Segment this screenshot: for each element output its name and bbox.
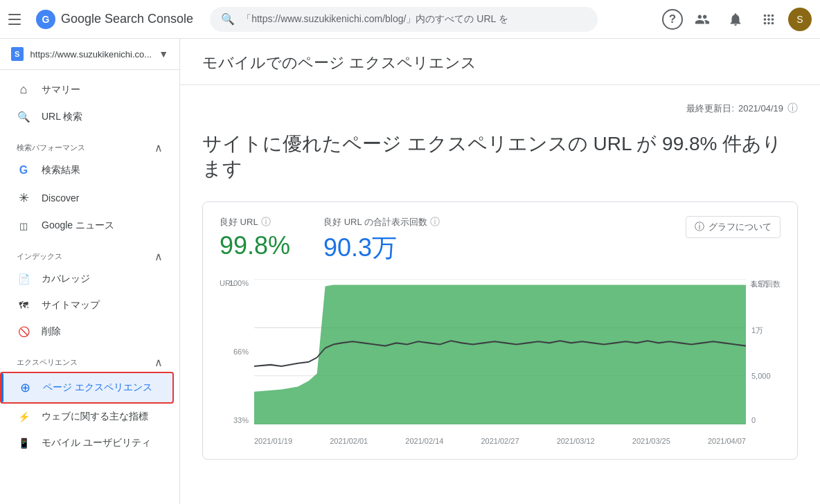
section-label-experience: エクスペリエンス	[17, 357, 78, 368]
section-label-search: 検索パフォーマンス	[17, 143, 85, 153]
sidebar-item-coverage[interactable]: 📄 カバレッジ	[0, 266, 174, 292]
google-g-icon: G	[17, 164, 30, 177]
sidebar-item-summary[interactable]: ⌂ サマリー	[0, 75, 174, 104]
sidebar-section-experience: エクスペリエンス ∧	[0, 345, 179, 372]
y-right-15000: 1.5万	[751, 279, 769, 289]
nav-actions: ? S	[662, 6, 812, 33]
app-title: Google Search Console	[61, 12, 193, 26]
discover-icon: ✳	[17, 190, 30, 206]
people-icon	[695, 12, 710, 27]
removal-icon: 🚫	[17, 326, 30, 337]
property-text: https://www.suzukikenichi.co...	[30, 49, 152, 60]
y-right-5000: 5,000	[751, 372, 771, 380]
y-axis-left: 100% 66% 33%	[220, 279, 254, 424]
google-logo-icon: G	[36, 10, 55, 29]
main-layout: S https://www.suzukikenichi.co... ▼ ⌂ サマ…	[0, 39, 820, 504]
y-left-100: 100%	[229, 279, 249, 287]
stat-good-url-value: 99.8%	[220, 231, 290, 260]
sidebar-item-search-results[interactable]: G 検索結果	[0, 157, 174, 183]
sidebar-item-google-news[interactable]: ◫ Google ニュース	[0, 213, 174, 239]
property-dropdown-icon: ▼	[159, 48, 168, 60]
x-label-4: 2021/03/12	[557, 437, 595, 445]
bell-icon	[728, 12, 743, 27]
sidebar-item-label-web-vitals: ウェブに関する主な指標	[42, 411, 148, 423]
x-axis-labels: 2021/01/19 2021/02/01 2021/02/14 2021/02…	[254, 426, 746, 445]
graph-about-button[interactable]: ⓘ グラフについて	[686, 216, 781, 238]
web-vitals-icon: ⚡	[17, 411, 30, 422]
stat2-help-icon[interactable]: ⓘ	[430, 216, 440, 228]
app-logo[interactable]: G Google Search Console	[36, 10, 193, 29]
sidebar-item-label-coverage: カバレッジ	[42, 273, 90, 285]
chart-container: URL 表示回数 100% 66% 33% 1.5万 1万 5,000 0	[220, 279, 781, 445]
y-left-33: 33%	[233, 416, 249, 424]
top-nav: G Google Search Console 🔍 「https://www.s…	[0, 0, 820, 39]
page-exp-icon: ⊕	[18, 380, 32, 395]
section-chevron-experience[interactable]: ∧	[154, 356, 163, 369]
notifications-button[interactable]	[722, 6, 749, 33]
y-axis-right: 1.5万 1万 5,000 0	[746, 279, 781, 424]
sidebar-item-discover[interactable]: ✳ Discover	[0, 183, 174, 213]
x-label-6: 2021/04/07	[708, 437, 746, 445]
svg-marker-6	[254, 285, 746, 424]
home-icon: ⌂	[17, 82, 30, 97]
help-button[interactable]: ?	[662, 9, 683, 30]
search-placeholder: 「https://www.suzukikenichi.com/blog/」内のす…	[242, 13, 587, 26]
stat-good-url: 良好 URL ⓘ 99.8%	[220, 216, 290, 260]
sidebar-item-label-search-results: 検索結果	[42, 164, 80, 177]
news-icon: ◫	[17, 221, 30, 231]
x-label-0: 2021/01/19	[254, 437, 292, 445]
stat1-help-icon[interactable]: ⓘ	[261, 216, 271, 228]
chart-svg	[254, 279, 746, 424]
stats-card: 良好 URL ⓘ 99.8% 良好 URL の合計表示回数 ⓘ 90.3万	[202, 201, 798, 460]
sidebar-item-mobile-usability[interactable]: 📱 モバイル ユーザビリティ	[0, 430, 174, 456]
x-label-5: 2021/03/25	[632, 437, 670, 445]
sidebar-section-search-performance: 検索パフォーマンス ∧	[0, 130, 179, 157]
sitemap-icon: 🗺	[17, 300, 30, 311]
graph-about-icon: ⓘ	[695, 221, 704, 233]
sidebar-item-label-summary: サマリー	[42, 84, 80, 96]
sidebar-item-removal[interactable]: 🚫 削除	[0, 318, 174, 345]
y-left-66: 66%	[233, 348, 249, 356]
stat-good-url-impressions-label: 良好 URL の合計表示回数 ⓘ	[323, 216, 440, 228]
sidebar-item-label-page-experience: ページ エクスペリエンス	[43, 381, 152, 394]
sidebar-nav: ⌂ サマリー 🔍 URL 検索 検索パフォーマンス ∧ G 検索結果 ✳ Dis…	[0, 70, 179, 462]
coverage-icon: 📄	[17, 273, 30, 285]
sidebar-item-sitemap[interactable]: 🗺 サイトマップ	[0, 292, 174, 318]
x-label-1: 2021/02/01	[330, 437, 368, 445]
main-headline: サイトに優れたページ エクスペリエンスの URL が 99.8% 件あります	[202, 132, 798, 182]
stat-good-url-impressions-value: 90.3万	[323, 231, 440, 265]
sidebar-item-page-experience[interactable]: ⊕ ページ エクスペリエンス	[0, 372, 174, 404]
section-chevron-index[interactable]: ∧	[154, 250, 163, 263]
section-chevron-search[interactable]: ∧	[154, 141, 163, 154]
section-label-index: インデックス	[17, 251, 62, 262]
sidebar-item-label-mobile: モバイル ユーザビリティ	[42, 437, 151, 449]
search-icon: 🔍	[17, 111, 30, 123]
sidebar-item-label-sitemap: サイトマップ	[42, 299, 100, 312]
svg-text:G: G	[42, 14, 50, 25]
mobile-icon: 📱	[17, 438, 30, 449]
apps-button[interactable]	[755, 6, 783, 33]
hamburger-menu[interactable]	[8, 11, 25, 28]
x-label-3: 2021/02/27	[481, 437, 519, 445]
sidebar-item-label-discover: Discover	[42, 192, 79, 204]
content-header: モバイルでのページ エクスペリエンス	[180, 39, 820, 85]
page-title: モバイルでのページ エクスペリエンス	[202, 53, 798, 73]
sidebar-item-url-inspect[interactable]: 🔍 URL 検索	[0, 104, 174, 130]
last-updated: 最終更新日: 2021/04/19 ⓘ	[202, 102, 798, 115]
sidebar-section-index: インデックス ∧	[0, 239, 179, 266]
grid-icon	[761, 12, 776, 27]
main-content: モバイルでのページ エクスペリエンス 最終更新日: 2021/04/19 ⓘ サ…	[180, 39, 820, 504]
content-body: 最終更新日: 2021/04/19 ⓘ サイトに優れたページ エクスペリエンスの…	[180, 85, 820, 476]
avatar[interactable]: S	[788, 8, 812, 31]
sidebar-item-web-vitals[interactable]: ⚡ ウェブに関する主な指標	[0, 404, 174, 430]
search-icon: 🔍	[221, 12, 235, 26]
y-right-0: 0	[751, 416, 756, 424]
manage-users-button[interactable]	[688, 6, 716, 33]
last-updated-help-icon[interactable]: ⓘ	[787, 102, 798, 115]
property-selector[interactable]: S https://www.suzukikenichi.co... ▼	[0, 39, 179, 70]
stat-good-url-label: 良好 URL ⓘ	[220, 216, 290, 228]
search-bar[interactable]: 🔍 「https://www.suzukikenichi.com/blog/」内…	[210, 7, 598, 32]
property-icon: S	[11, 47, 24, 61]
sidebar-item-label-removal: 削除	[42, 325, 61, 338]
sidebar: S https://www.suzukikenichi.co... ▼ ⌂ サマ…	[0, 39, 180, 504]
